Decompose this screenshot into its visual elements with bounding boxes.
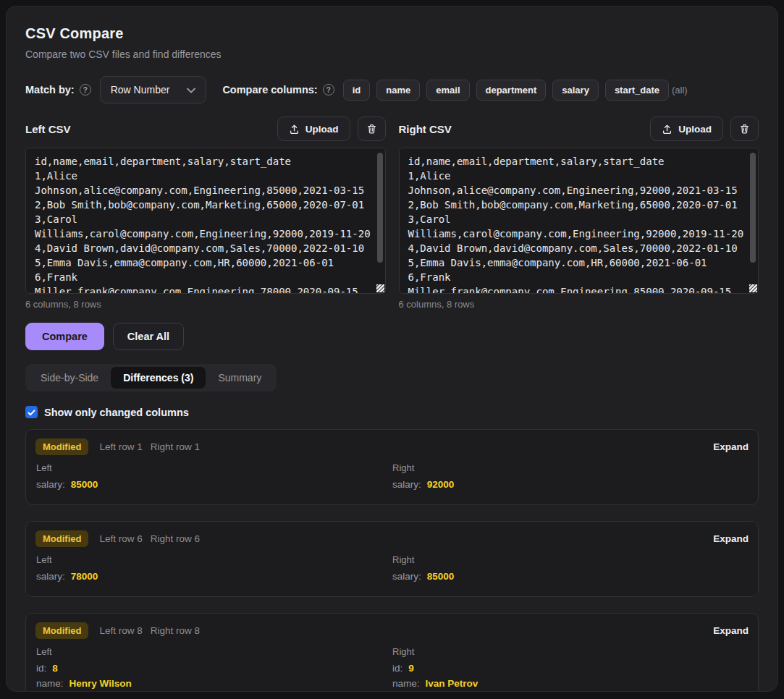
left-csv-section: Left CSV Upload id,nam (25, 115, 386, 310)
column-chip-id[interactable]: id (343, 80, 371, 101)
left-csv-title: Left CSV (25, 123, 71, 135)
right-csv-title: Right CSV (399, 123, 452, 135)
right-row-ref: Right row 6 (151, 533, 200, 544)
right-diff-column: Right salary:85000 (392, 554, 749, 586)
field-key: id: (392, 663, 402, 674)
csv-editors: Left CSV Upload id,nam (25, 115, 759, 310)
compare-columns-help-icon[interactable]: ? (323, 84, 334, 96)
csv-compare-panel: CSV Compare Compare two CSV files and fi… (6, 6, 778, 692)
field-value: 9 (408, 663, 414, 674)
field-key: salary: (36, 571, 65, 582)
field-key: salary: (392, 571, 421, 582)
diff-field: id:9 (392, 663, 749, 674)
left-csv-scrollbar[interactable] (377, 153, 383, 263)
field-key: name: (36, 678, 64, 689)
status-badge: Modified (35, 622, 88, 639)
right-diff-column: Right id:9 name:Ivan Petrov email:ivan@c… (392, 646, 749, 692)
checkmark-icon (28, 406, 35, 419)
trash-icon (366, 123, 377, 135)
all-columns-indicator: (all) (672, 85, 688, 96)
tab-side-by-side[interactable]: Side-by-Side (28, 367, 111, 389)
show-changed-columns-label: Show only changed columns (44, 407, 189, 418)
left-csv-stats: 6 columns, 8 rows (25, 299, 386, 310)
diff-field: name:Henry Wilson (36, 678, 392, 689)
page-subtitle: Compare two CSV files and find differenc… (25, 48, 759, 60)
left-diff-column: Left id:8 name:Henry Wilson email:henry@… (36, 646, 392, 692)
compare-columns-label: Compare columns: (222, 84, 317, 96)
field-key: salary: (392, 479, 421, 490)
diff-field: salary:78000 (36, 571, 392, 582)
diff-field: salary:92000 (392, 479, 749, 490)
right-side-label: Right (392, 554, 749, 565)
expand-button[interactable]: Expand (713, 625, 749, 636)
match-by-select[interactable]: Row Number (100, 76, 207, 103)
diff-card-row-6: Modified Left row 6 Right row 6 Expand L… (25, 521, 759, 597)
right-csv-input[interactable]: id,name,email,department,salary,start_da… (399, 148, 759, 294)
trash-icon (739, 123, 750, 135)
left-row-ref: Left row 1 (99, 441, 142, 452)
column-chip-start-date[interactable]: start_date (605, 80, 669, 101)
field-value: 8 (52, 663, 58, 674)
left-upload-label: Upload (305, 124, 339, 135)
status-badge: Modified (35, 439, 88, 455)
right-csv-section: Right CSV Upload id,na (399, 115, 759, 310)
diff-card-row-8: Modified Left row 8 Right row 8 Expand L… (25, 613, 759, 692)
chevron-down-icon (187, 83, 195, 96)
left-csv-resize-handle[interactable] (376, 284, 384, 292)
field-value: Henry Wilson (69, 678, 132, 689)
column-chip-salary[interactable]: salary (552, 80, 599, 101)
left-row-ref: Left row 6 (99, 533, 142, 544)
right-row-ref: Right row 8 (151, 625, 200, 636)
action-row: Compare Clear All (25, 323, 759, 350)
column-chip-email[interactable]: email (426, 80, 469, 101)
right-csv-scrollbar[interactable] (750, 153, 756, 263)
expand-button[interactable]: Expand (713, 441, 749, 452)
right-row-ref: Right row 1 (151, 441, 200, 452)
upload-icon (662, 124, 673, 135)
column-chips: id name email department salary start_da… (343, 80, 669, 101)
column-chip-name[interactable]: name (376, 80, 420, 101)
right-clear-button[interactable] (730, 116, 759, 141)
tab-summary[interactable]: Summary (206, 367, 274, 389)
right-csv-stats: 6 columns, 8 rows (399, 299, 759, 310)
left-diff-column: Left salary:78000 (36, 554, 392, 586)
left-row-ref: Left row 8 (99, 625, 142, 636)
diff-field: salary:85000 (36, 479, 392, 490)
field-key: id: (36, 663, 46, 674)
match-by-selected-value: Row Number (111, 84, 170, 96)
right-upload-button[interactable]: Upload (650, 116, 723, 141)
field-value: Ivan Petrov (426, 678, 479, 689)
left-clear-button[interactable] (358, 116, 386, 141)
right-csv-resize-handle[interactable] (749, 284, 757, 292)
diff-field: salary:85000 (392, 571, 749, 582)
right-diff-column: Right salary:92000 (392, 462, 749, 494)
right-side-label: Right (392, 462, 749, 473)
field-value: 78000 (71, 571, 98, 582)
diff-card-row-1: Modified Left row 1 Right row 1 Expand L… (25, 429, 759, 505)
match-by-help-icon[interactable]: ? (80, 84, 91, 96)
upload-icon (289, 124, 300, 135)
expand-button[interactable]: Expand (713, 533, 749, 544)
filter-row: Show only changed columns (25, 406, 759, 418)
left-diff-column: Left salary:85000 (36, 462, 392, 494)
column-chip-department[interactable]: department (476, 80, 547, 101)
tab-differences[interactable]: Differences (3) (111, 367, 206, 389)
show-changed-columns-checkbox[interactable] (25, 406, 38, 418)
right-side-label: Right (392, 646, 749, 657)
clear-all-button[interactable]: Clear All (113, 323, 184, 350)
status-badge: Modified (35, 530, 88, 547)
field-value: 85000 (427, 571, 455, 582)
field-value: 85000 (71, 479, 98, 490)
left-side-label: Left (36, 462, 392, 473)
controls-row: Match by: ? Row Number Compare columns: … (25, 76, 759, 103)
match-by-label: Match by: (25, 84, 75, 96)
diff-field: id:8 (36, 663, 392, 674)
result-tabs: Side-by-Side Differences (3) Summary (25, 364, 277, 391)
field-value: 92000 (427, 479, 455, 490)
diff-field: name:Ivan Petrov (392, 678, 749, 689)
left-upload-button[interactable]: Upload (277, 116, 350, 141)
compare-button[interactable]: Compare (25, 323, 104, 350)
field-key: name: (392, 678, 420, 689)
left-side-label: Left (36, 554, 392, 565)
left-csv-input[interactable]: id,name,email,department,salary,start_da… (25, 148, 386, 294)
